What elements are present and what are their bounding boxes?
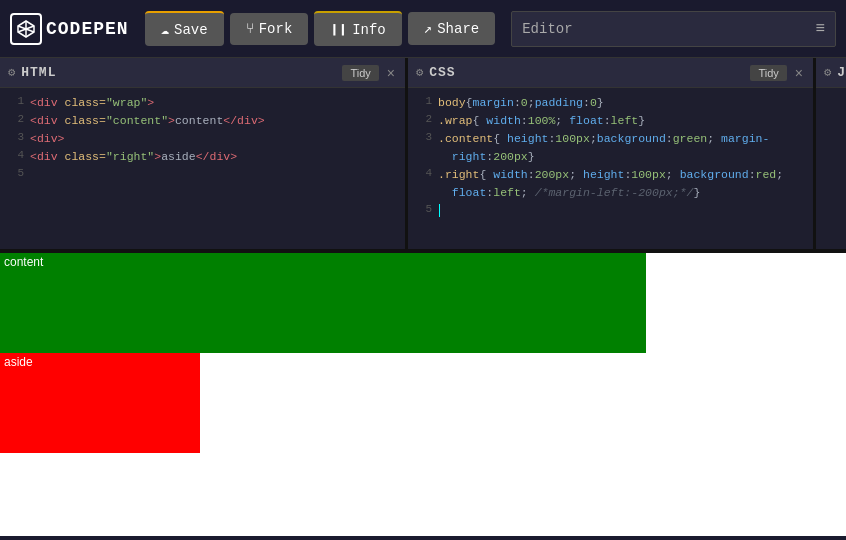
html-gear-icon[interactable]: ⚙ xyxy=(8,65,15,80)
preview-aside-text: aside xyxy=(4,355,33,369)
code-line: 5 xyxy=(408,202,813,220)
html-code-area[interactable]: 1 <div class="wrap"> 2 <div class="conte… xyxy=(0,88,405,249)
code-line: 3 <div> xyxy=(0,130,405,148)
preview-content: content aside xyxy=(0,253,846,536)
html-close-button[interactable]: × xyxy=(385,65,397,81)
fork-icon: ⑂ xyxy=(246,21,254,37)
preview-content-div: content xyxy=(0,253,646,353)
html-panel-title: HTML xyxy=(21,65,336,80)
code-line: 1 body{margin:0;padding:0} xyxy=(408,94,813,112)
css-gear-icon[interactable]: ⚙ xyxy=(416,65,423,80)
code-line: 2 <div class="content">content</div> xyxy=(0,112,405,130)
save-button[interactable]: ☁ Save xyxy=(145,11,224,46)
html-panel-header: ⚙ HTML Tidy × xyxy=(0,58,405,88)
preview-wrap: content xyxy=(0,253,846,353)
logo-label: CODEPEN xyxy=(46,19,129,39)
code-line: float:left; /*margin-left:-200px;*/} xyxy=(408,184,813,202)
code-line: 2 .wrap{ width:100%; float:left} xyxy=(408,112,813,130)
code-line: right:200px} xyxy=(408,148,813,166)
js-gear-icon[interactable]: ⚙ xyxy=(824,65,831,80)
editor-bar[interactable]: Editor ≡ xyxy=(511,11,836,47)
preview-area: content aside xyxy=(0,253,846,536)
logo: CODEPEN xyxy=(10,13,129,45)
js-panel-title: JS xyxy=(837,65,846,80)
save-icon: ☁ xyxy=(161,21,169,38)
js-panel-header: ⚙ JS xyxy=(816,58,846,88)
share-button[interactable]: ↗ Share xyxy=(408,12,495,45)
info-icon: ❙❙ xyxy=(330,21,347,38)
info-button[interactable]: ❙❙ Info xyxy=(314,11,401,46)
fork-button[interactable]: ⑂ Fork xyxy=(230,13,309,45)
fork-label: Fork xyxy=(259,21,293,37)
js-panel: ⚙ JS xyxy=(816,58,846,249)
css-tidy-button[interactable]: Tidy xyxy=(750,65,786,81)
code-line: 4 <div class="right">aside</div> xyxy=(0,148,405,166)
code-line: 5 xyxy=(0,166,405,184)
save-label: Save xyxy=(174,22,208,38)
editors-row: ⚙ HTML Tidy × 1 <div class="wrap"> 2 <di… xyxy=(0,58,846,253)
share-label: Share xyxy=(437,21,479,37)
html-panel: ⚙ HTML Tidy × 1 <div class="wrap"> 2 <di… xyxy=(0,58,408,249)
logo-icon xyxy=(10,13,42,45)
code-line: 1 <div class="wrap"> xyxy=(0,94,405,112)
css-panel-title: CSS xyxy=(429,65,744,80)
preview-right-div: aside xyxy=(0,353,200,453)
hamburger-icon[interactable]: ≡ xyxy=(815,20,825,38)
info-label: Info xyxy=(352,22,386,38)
preview-content-text: content xyxy=(4,255,43,269)
css-panel: ⚙ CSS Tidy × 1 body{margin:0;padding:0} … xyxy=(408,58,816,249)
css-close-button[interactable]: × xyxy=(793,65,805,81)
share-icon: ↗ xyxy=(424,20,432,37)
css-panel-header: ⚙ CSS Tidy × xyxy=(408,58,813,88)
html-tidy-button[interactable]: Tidy xyxy=(342,65,378,81)
css-code-area[interactable]: 1 body{margin:0;padding:0} 2 .wrap{ widt… xyxy=(408,88,813,249)
code-line: 3 .content{ height:100px;background:gree… xyxy=(408,130,813,148)
code-line: 4 .right{ width:200px; height:100px; bac… xyxy=(408,166,813,184)
top-navigation: CODEPEN ☁ Save ⑂ Fork ❙❙ Info ↗ Share Ed… xyxy=(0,0,846,58)
js-code-area[interactable] xyxy=(816,88,846,249)
editor-label: Editor xyxy=(522,21,815,37)
